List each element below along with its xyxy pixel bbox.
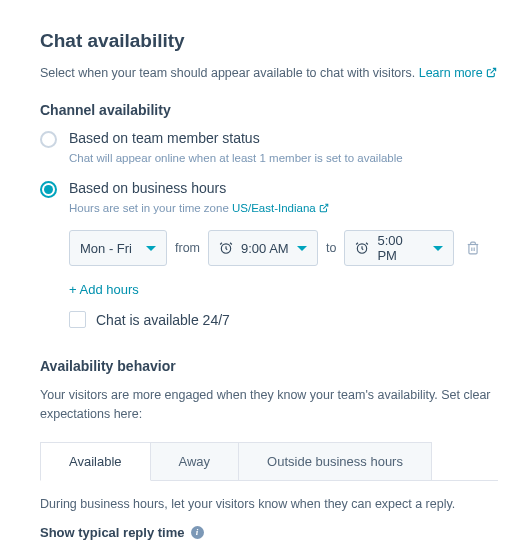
radio-team-status[interactable]	[40, 131, 57, 148]
radio-team-status-sub: Chat will appear online when at least 1 …	[69, 152, 498, 164]
tab-outside[interactable]: Outside business hours	[238, 442, 432, 480]
tab-away[interactable]: Away	[150, 442, 240, 480]
tab-content-description: During business hours, let your visitors…	[40, 497, 498, 511]
caret-down-icon	[146, 246, 156, 251]
behavior-description: Your visitors are more engaged when they…	[40, 386, 498, 424]
clock-icon	[219, 241, 233, 255]
learn-more-link[interactable]: Learn more	[419, 66, 497, 80]
reply-time-label: Show typical reply time i	[40, 525, 498, 540]
end-time-select[interactable]: 5:00 PM	[344, 230, 454, 266]
page-description: Select when your team should appear avai…	[40, 66, 498, 80]
start-time-select[interactable]: 9:00 AM	[208, 230, 318, 266]
caret-down-icon	[433, 246, 443, 251]
from-label: from	[175, 241, 200, 255]
behavior-tabs: Available Away Outside business hours	[40, 442, 498, 481]
delete-hours-icon[interactable]	[466, 241, 480, 255]
add-hours-button[interactable]: + Add hours	[69, 282, 498, 297]
svg-line-0	[491, 68, 496, 73]
timezone-link[interactable]: US/East-Indiana	[232, 202, 329, 214]
radio-business-hours-label: Based on business hours	[69, 180, 226, 196]
channel-heading: Channel availability	[40, 102, 498, 118]
info-icon[interactable]: i	[191, 526, 204, 539]
page-title: Chat availability	[40, 30, 498, 52]
clock-icon	[355, 241, 369, 255]
tab-available[interactable]: Available	[40, 442, 151, 481]
external-link-icon	[486, 67, 497, 78]
caret-down-icon	[297, 246, 307, 251]
radio-business-hours[interactable]	[40, 181, 57, 198]
svg-line-1	[323, 204, 328, 209]
external-link-icon	[319, 203, 329, 213]
radio-team-status-label: Based on team member status	[69, 130, 260, 146]
always-available-checkbox[interactable]	[69, 311, 86, 328]
to-label: to	[326, 241, 336, 255]
days-select[interactable]: Mon - Fri	[69, 230, 167, 266]
radio-business-hours-sub: Hours are set in your time zone US/East-…	[69, 202, 498, 214]
behavior-heading: Availability behavior	[40, 358, 498, 374]
always-available-label: Chat is available 24/7	[96, 312, 230, 328]
